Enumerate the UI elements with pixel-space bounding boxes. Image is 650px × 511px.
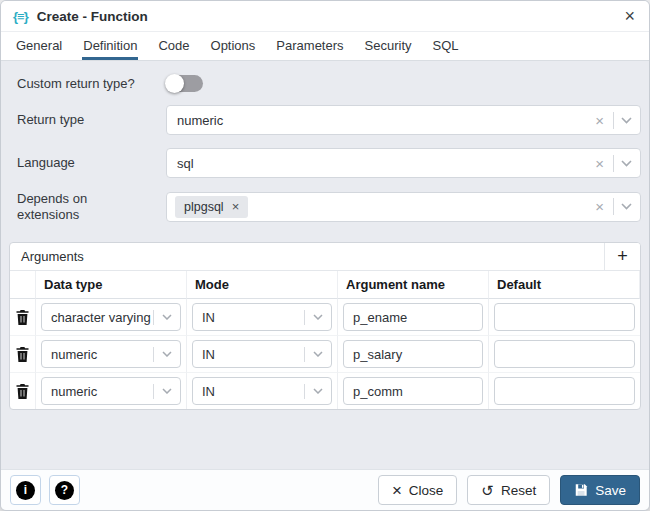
close-icon[interactable]: ×	[622, 7, 637, 25]
tab-general[interactable]: General	[15, 33, 63, 60]
delete-row-button[interactable]	[16, 310, 29, 325]
clear-icon[interactable]: ×	[593, 156, 606, 171]
arguments-title: Arguments	[10, 243, 84, 270]
default-value-input[interactable]	[494, 377, 635, 405]
column-header-default: Default	[489, 271, 640, 299]
table-row-1-default-cell	[489, 299, 640, 336]
reset-icon: ↺	[481, 483, 494, 498]
delete-row-button[interactable]	[16, 384, 29, 399]
clear-icon[interactable]: ×	[593, 113, 606, 128]
reset-button[interactable]: ↺ Reset	[467, 475, 550, 505]
save-icon	[574, 483, 588, 497]
arguments-panel: Arguments + Data type Mode Argument name…	[9, 242, 641, 410]
tab-sql[interactable]: SQL	[432, 33, 460, 60]
column-header-argument-name: Argument name	[338, 271, 489, 299]
dialog-titlebar: {≡} Create - Function ×	[1, 1, 649, 32]
help-icon: ?	[55, 481, 74, 500]
return-type-label: Return type	[9, 112, 166, 128]
chevron-down-icon[interactable]	[621, 117, 632, 124]
remove-tag-icon[interactable]: ×	[232, 200, 240, 213]
tab-code[interactable]: Code	[157, 33, 190, 60]
data-type-select[interactable]: numeric	[41, 377, 181, 405]
chevron-down-icon	[305, 314, 331, 320]
trash-icon	[16, 310, 29, 325]
extension-tag: plpgsql ×	[175, 196, 248, 218]
data-type-select[interactable]: numeric	[41, 340, 181, 368]
argument-name-input[interactable]	[343, 303, 483, 331]
chevron-down-icon	[305, 388, 331, 394]
default-value-input[interactable]	[494, 303, 635, 331]
extension-tag-label: plpgsql	[184, 200, 224, 214]
default-value-input[interactable]	[494, 340, 635, 368]
table-row-2-mode-cell: IN	[187, 336, 338, 373]
arguments-header: Arguments +	[10, 243, 640, 271]
chevron-down-icon	[154, 314, 180, 320]
close-icon: ×	[392, 482, 402, 499]
plus-icon: +	[617, 246, 628, 267]
chevron-down-icon[interactable]	[621, 203, 632, 210]
tab-definition[interactable]: Definition	[82, 33, 138, 60]
close-button[interactable]: × Close	[378, 475, 457, 505]
table-row-2-data-type-cell: numeric	[36, 336, 187, 373]
language-label: Language	[9, 155, 166, 171]
table-row-1-data-type-cell: character varying	[36, 299, 187, 336]
delete-row-button[interactable]	[16, 347, 29, 362]
mode-select[interactable]: IN	[192, 377, 332, 405]
table-row-1-mode-cell: IN	[187, 299, 338, 336]
table-row-3-mode-cell: IN	[187, 373, 338, 409]
column-header-data-type: Data type	[36, 271, 187, 299]
table-row-3-argument-name-cell	[338, 373, 489, 409]
argument-name-input[interactable]	[343, 340, 483, 368]
table-row-1-delete-cell	[10, 299, 36, 336]
arguments-table: Data type Mode Argument name Default cha…	[10, 271, 640, 409]
dialog-help-button[interactable]: ?	[49, 475, 80, 505]
tab-options[interactable]: Options	[210, 33, 257, 60]
table-row-3-delete-cell	[10, 373, 36, 409]
chevron-down-icon	[154, 388, 180, 394]
language-value: sql	[177, 156, 593, 171]
language-row: Language sql ×	[9, 148, 641, 178]
table-row-2-default-cell	[489, 336, 640, 373]
custom-return-type-row: Custom return type?	[9, 75, 641, 92]
depends-on-extensions-label: Depends on extensions	[9, 191, 166, 222]
argument-name-input[interactable]	[343, 377, 483, 405]
tab-bar: General Definition Code Options Paramete…	[1, 32, 649, 61]
tab-parameters[interactable]: Parameters	[275, 33, 344, 60]
trash-icon	[16, 347, 29, 362]
mode-select[interactable]: IN	[192, 340, 332, 368]
table-row-2-delete-cell	[10, 336, 36, 373]
dialog-footer: i ? × Close ↺ Reset Save	[1, 469, 649, 510]
custom-return-type-label: Custom return type?	[9, 76, 166, 92]
return-type-combobox[interactable]: numeric ×	[166, 105, 641, 135]
column-header-mode: Mode	[187, 271, 338, 299]
clear-icon[interactable]: ×	[593, 199, 606, 214]
mode-select[interactable]: IN	[192, 303, 332, 331]
save-button[interactable]: Save	[560, 475, 640, 505]
column-header-spacer	[10, 271, 36, 299]
table-row-3-data-type-cell: numeric	[36, 373, 187, 409]
trash-icon	[16, 384, 29, 399]
info-icon: i	[16, 481, 35, 500]
table-row-3-default-cell	[489, 373, 640, 409]
add-argument-button[interactable]: +	[604, 243, 640, 270]
definition-tab-panel: Custom return type? Return type numeric …	[1, 61, 649, 469]
create-function-dialog: {≡} Create - Function × General Definiti…	[0, 0, 650, 511]
function-icon: {≡}	[13, 9, 28, 24]
return-type-value: numeric	[177, 113, 593, 128]
chevron-down-icon	[305, 351, 331, 357]
depends-on-extensions-row: Depends on extensions plpgsql × ×	[9, 191, 641, 222]
depends-on-extensions-combobox[interactable]: plpgsql × ×	[166, 192, 641, 222]
data-type-select[interactable]: character varying	[41, 303, 181, 331]
sql-help-button[interactable]: i	[10, 475, 41, 505]
tab-security[interactable]: Security	[364, 33, 413, 60]
language-combobox[interactable]: sql ×	[166, 148, 641, 178]
chevron-down-icon	[154, 351, 180, 357]
table-row-1-argument-name-cell	[338, 299, 489, 336]
custom-return-type-toggle[interactable]	[166, 75, 203, 92]
return-type-row: Return type numeric ×	[9, 105, 641, 135]
toggle-knob	[165, 74, 184, 93]
table-row-2-argument-name-cell	[338, 336, 489, 373]
chevron-down-icon[interactable]	[621, 160, 632, 167]
dialog-title: Create - Function	[37, 9, 148, 24]
